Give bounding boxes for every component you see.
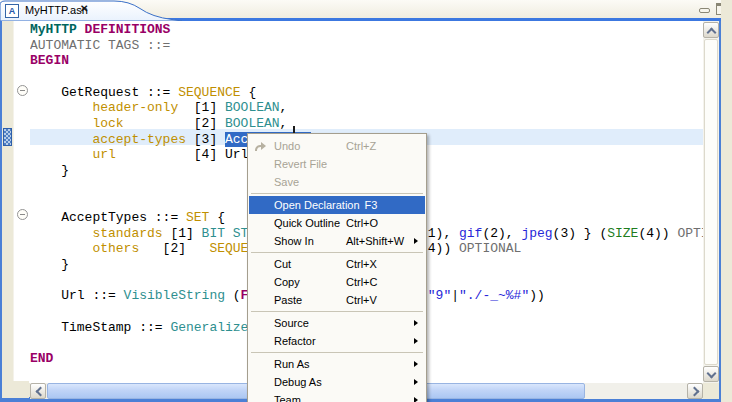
code-token: GetRequest ::= xyxy=(61,85,170,101)
editor-window: A MyHTTP.asn ✕ MyHTTPDEFINITIONSAUTOMATI… xyxy=(0,0,732,402)
menu-item-shortcut: F3 xyxy=(365,199,378,211)
code-line: GetRequest ::=SEQUENCE{ xyxy=(30,85,703,101)
menu-item-label: Cut xyxy=(274,258,291,270)
code-token: [2] xyxy=(163,241,186,257)
menu-separator xyxy=(251,352,423,353)
menu-item-refactor[interactable]: Refactor xyxy=(248,332,426,350)
code-token: TimeStamp ::= xyxy=(61,320,162,336)
code-token: [1] xyxy=(170,226,193,242)
code-token: 4)) xyxy=(428,241,451,257)
code-token: accept-types xyxy=(92,132,186,148)
code-line: lock[2]BOOLEAN, xyxy=(30,116,703,132)
code-token: } xyxy=(61,257,69,273)
code-token: { xyxy=(217,210,225,226)
code-token: SEQUENCE xyxy=(178,85,240,101)
code-token: AUTOMATIC TAGS ::= xyxy=(30,38,170,54)
menu-item-undo[interactable]: UndoCtrl+Z xyxy=(248,137,426,155)
menu-item-label: Copy xyxy=(274,276,300,288)
code-token: Url ::= xyxy=(61,288,116,304)
chevron-down-icon xyxy=(707,369,717,379)
menu-item-paste[interactable]: PasteCtrl+V xyxy=(248,291,426,309)
code-token: standards xyxy=(92,226,162,242)
marker-bar[interactable] xyxy=(2,21,14,381)
scroll-right-button[interactable] xyxy=(687,383,703,399)
code-token: (3) } ( xyxy=(553,226,608,242)
chevron-right-icon xyxy=(690,387,700,397)
fold-collapse-icon[interactable] xyxy=(17,85,28,96)
code-token: jpeg xyxy=(521,226,552,242)
code-token: VisibleString xyxy=(124,288,225,304)
menu-item-label: Refactor xyxy=(274,335,316,347)
vertical-scrollbar[interactable] xyxy=(703,21,719,383)
code-token: OPTIONAL xyxy=(459,241,521,257)
workbench-background xyxy=(721,0,732,402)
submenu-arrow-icon xyxy=(414,397,418,402)
scroll-left-button[interactable] xyxy=(30,383,46,399)
code-line: MyHTTPDEFINITIONS xyxy=(30,22,703,38)
code-token: AcceptTypes ::= xyxy=(61,210,178,226)
menu-item-cut[interactable]: CutCtrl+X xyxy=(248,255,426,273)
menu-item-copy[interactable]: CopyCtrl+C xyxy=(248,273,426,291)
code-token: gif xyxy=(459,226,482,242)
code-token: END xyxy=(30,351,53,367)
code-token: (4)) xyxy=(638,226,669,242)
menu-item-label: Revert File xyxy=(274,158,327,170)
undo-icon xyxy=(253,140,269,153)
menu-item-label: Quick Outline xyxy=(274,217,340,229)
code-token: 1), xyxy=(428,226,451,242)
code-line: header-only[1]BOOLEAN, xyxy=(30,100,703,116)
menu-separator xyxy=(251,311,423,312)
code-token: SET xyxy=(186,210,209,226)
occurrence-marker xyxy=(3,128,12,146)
submenu-arrow-icon xyxy=(414,320,418,326)
menu-item-show-in[interactable]: Show InAlt+Shift+W xyxy=(248,232,426,250)
menu-item-save[interactable]: Save xyxy=(248,173,426,191)
menu-item-label: Undo xyxy=(274,140,300,152)
code-token: )) xyxy=(529,288,545,304)
menu-item-label: Open Declaration xyxy=(274,199,360,211)
code-token: lock xyxy=(92,116,123,132)
menu-item-shortcut: Ctrl+V xyxy=(346,291,377,309)
menu-separator xyxy=(251,252,423,253)
code-token: | xyxy=(451,288,459,304)
code-token: SIZE xyxy=(607,226,638,242)
menu-item-shortcut: Ctrl+C xyxy=(346,273,377,291)
menu-item-shortcut: Ctrl+Z xyxy=(346,137,376,155)
code-token: others xyxy=(92,241,139,257)
menu-item-source[interactable]: Source xyxy=(248,314,426,332)
text-caret xyxy=(293,126,295,133)
code-token: ( xyxy=(233,288,241,304)
fold-collapse-icon[interactable] xyxy=(17,209,28,220)
submenu-arrow-icon xyxy=(414,338,418,344)
vertical-scrollbar-thumb[interactable] xyxy=(704,39,718,365)
menu-item-debug-as[interactable]: Debug As xyxy=(248,373,426,391)
code-token: [1] xyxy=(194,100,217,116)
code-token: BOOLEAN xyxy=(225,100,280,116)
code-token: MyHTTP xyxy=(30,22,77,38)
context-menu: UndoCtrl+ZRevert FileSaveOpen Declaratio… xyxy=(247,133,427,402)
scroll-up-button[interactable] xyxy=(703,22,719,38)
menu-item-team[interactable]: Team xyxy=(248,391,426,402)
menu-item-revert-file[interactable]: Revert File xyxy=(248,155,426,173)
code-token: } xyxy=(61,163,69,179)
code-line: BEGIN xyxy=(30,53,703,69)
menu-item-label: Paste xyxy=(274,294,302,306)
menu-item-shortcut: Ctrl+X xyxy=(346,255,377,273)
code-token: OPTIONAL xyxy=(677,226,703,242)
menu-item-open-declaration[interactable]: Open DeclarationF3 xyxy=(249,196,425,214)
scroll-down-button[interactable] xyxy=(703,366,719,382)
menu-item-run-as[interactable]: Run As xyxy=(248,355,426,373)
menu-item-shortcut: Ctrl+O xyxy=(346,214,378,232)
menu-item-label: Source xyxy=(274,317,309,329)
ruler-corner xyxy=(2,381,29,398)
code-token: , xyxy=(280,100,288,116)
code-token: { xyxy=(248,85,256,101)
code-token: DEFINITIONS xyxy=(85,22,171,38)
menu-item-quick-outline[interactable]: Quick OutlineCtrl+O xyxy=(248,214,426,232)
menu-item-label: Show In xyxy=(274,235,314,247)
chevron-left-icon xyxy=(36,387,46,397)
scrollbar-corner xyxy=(703,383,719,399)
menu-item-shortcut: Alt+Shift+W xyxy=(346,232,404,250)
code-token: BOOLEAN xyxy=(225,116,280,132)
asn-file-icon: A xyxy=(5,4,19,18)
